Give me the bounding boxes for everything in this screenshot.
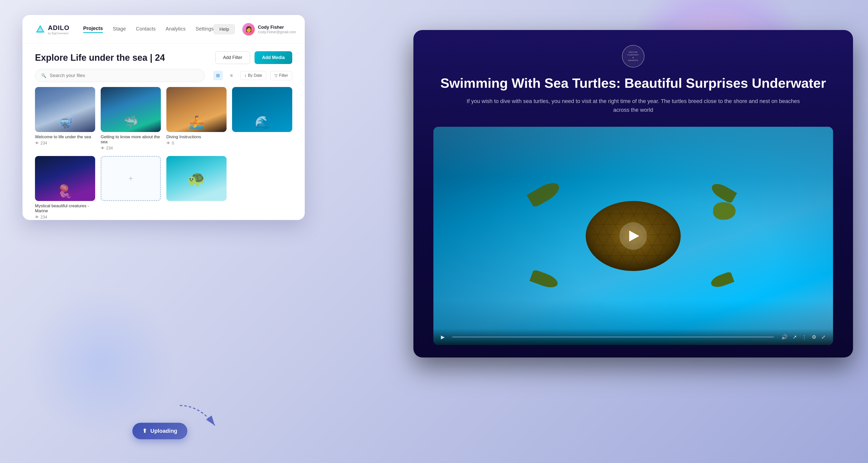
progress-bar[interactable] [452, 337, 774, 338]
view-count-1: 234 [40, 141, 47, 145]
play-button[interactable] [619, 222, 647, 250]
add-filter-button[interactable]: Add Filter [215, 51, 250, 64]
media-thumb-4: 🌊 [232, 87, 292, 132]
help-button[interactable]: Help [214, 24, 235, 34]
media-card-1[interactable]: 🤿 Welcome to life under the sea 👁 234 [35, 87, 95, 150]
search-row: 🔍 ⊞ ≡ ↕ By Date ▽ Filter [23, 69, 305, 87]
view-controls: ⊞ ≡ ↕ By Date ▽ Filter [213, 71, 292, 80]
nav-link-settings[interactable]: Settings [195, 26, 214, 33]
upload-drop-zone[interactable]: + [101, 156, 161, 201]
video-frame[interactable]: ▶ 🔊 ↗ ⋮ ⚙ ⤢ [433, 127, 833, 345]
navbar: ADILO by BigCommand Projects Stage Conta… [23, 15, 305, 44]
logo-area: ADILO by BigCommand [35, 24, 69, 35]
header-actions: Add Filter Add Media [215, 51, 292, 64]
play-icon [629, 231, 639, 241]
kayak-figure: 🚣 [189, 115, 204, 129]
eye-icon-2: 👁 [101, 146, 105, 150]
media-thumb-5: 🪼 [35, 156, 95, 201]
view-count-5: 234 [40, 215, 47, 220]
media-card-5[interactable]: 🪼 Mystical beautiful creatures - Marine … [35, 156, 95, 220]
media-grid-row2: 🪼 Mystical beautiful creatures - Marine … [23, 150, 305, 220]
turtle-preview-icon: 🐢 [166, 156, 226, 201]
projects-panel: ADILO by BigCommand Projects Stage Conta… [23, 15, 305, 220]
share-icon[interactable]: ↗ [793, 334, 797, 340]
volume-icon[interactable]: 🔊 [781, 334, 787, 340]
video-title: Swimming With Sea Turtles: Beautiful Sur… [440, 75, 826, 91]
nav-link-analytics[interactable]: Analytics [165, 26, 186, 33]
filter-button[interactable]: ▽ Filter [270, 71, 292, 80]
upload-preview-card: 🐢 [166, 156, 226, 201]
media-card-2[interactable]: 🦈 Getting to know more about the sea 👁 2… [101, 87, 161, 150]
media-grid: 🤿 Welcome to life under the sea 👁 234 🦈 … [23, 87, 305, 150]
upload-badge: ⬆ Uploading [132, 423, 187, 439]
logo-icon [35, 24, 45, 34]
media-views-5: 👁 234 [35, 215, 95, 220]
nav-right: Help 👩 Cody Fisher Cody.Fisher@gmail.com [214, 23, 296, 35]
eye-icon-1: 👁 [35, 141, 39, 145]
view-count-3: 0 [172, 141, 174, 145]
media-label-5: Mystical beautiful creatures - Marine [35, 203, 95, 213]
media-views-1: 👁 234 [35, 141, 95, 145]
media-views-3: 👁 0 [166, 141, 226, 145]
logo-text: ADILO by BigCommand [48, 24, 69, 35]
eye-icon-3: 👁 [166, 141, 170, 145]
upload-plus-icon: + [129, 174, 133, 183]
grid-view-button[interactable]: ⊞ [213, 71, 223, 80]
list-view-button[interactable]: ≡ [227, 71, 236, 80]
search-input[interactable] [50, 73, 198, 78]
video-panel: INDUDECOMPANY★AWARDS Swimming With Sea T… [413, 30, 853, 357]
user-details: Cody Fisher Cody.Fisher@gmail.com [258, 25, 296, 34]
eye-icon-5: 👁 [35, 215, 39, 220]
nav-link-contacts[interactable]: Contacts [136, 26, 156, 33]
bg-decoration-blue [25, 288, 175, 438]
brand-badge: INDUDECOMPANY★AWARDS [622, 45, 645, 67]
nav-link-projects[interactable]: Projects [83, 26, 103, 33]
user-email: Cody.Fisher@gmail.com [258, 30, 296, 34]
wave-figure: 🌊 [254, 115, 270, 129]
avatar: 👩 [242, 23, 255, 35]
uploading-label: Uploading [150, 428, 177, 434]
view-count-2: 234 [106, 146, 113, 150]
diver-figure: 🤿 [57, 115, 73, 129]
media-thumb-3: 🚣 [166, 87, 226, 132]
expand-icon[interactable]: ⤢ [821, 334, 826, 340]
media-thumb-2: 🦈 [101, 87, 161, 132]
page-title: Explore Life under the sea | 24 [35, 53, 165, 63]
sort-icon: ↕ [245, 73, 247, 78]
user-name: Cody Fisher [258, 25, 296, 30]
search-icon: 🔍 [41, 73, 46, 78]
empty-slot [232, 156, 292, 220]
header-row: Explore Life under the sea | 24 Add Filt… [23, 44, 305, 69]
play-ctrl-icon[interactable]: ▶ [441, 334, 445, 340]
search-box[interactable]: 🔍 [35, 69, 205, 82]
media-label-1: Welcome to life under the sea [35, 135, 95, 140]
more-icon[interactable]: ⋮ [802, 334, 807, 340]
add-media-button[interactable]: Add Media [254, 51, 292, 64]
video-subtitle: If you wish to dive with sea turtles, yo… [458, 97, 808, 114]
nav-links: Projects Stage Contacts Analytics Settin… [83, 26, 214, 33]
filter-label: Filter [279, 73, 288, 78]
jellyfish-figure: 🪼 [57, 184, 73, 199]
media-label-2: Getting to know more about the sea [101, 135, 161, 145]
logo-sub: by BigCommand [48, 32, 69, 35]
media-views-2: 👁 234 [101, 146, 161, 150]
sort-button[interactable]: ↕ By Date [240, 71, 267, 80]
media-card-3[interactable]: 🚣 Diving Instructions 👁 0 [166, 87, 226, 150]
brand-badge-text: INDUDECOMPANY★AWARDS [627, 51, 639, 62]
filter-icon: ▽ [275, 73, 278, 78]
media-thumb-1: 🤿 [35, 87, 95, 132]
gear-icon[interactable]: ⚙ [812, 334, 816, 340]
media-card-4[interactable]: 🌊 [232, 87, 292, 150]
nav-link-stage[interactable]: Stage [113, 26, 126, 33]
shark-figure: 🦈 [123, 115, 138, 129]
video-controls: ▶ 🔊 ↗ ⋮ ⚙ ⤢ [433, 329, 833, 345]
upload-icon: ⬆ [143, 428, 147, 434]
user-info: 👩 Cody Fisher Cody.Fisher@gmail.com [242, 23, 296, 35]
logo-name: ADILO [48, 24, 69, 32]
scene: ADILO by BigCommand Projects Stage Conta… [0, 0, 868, 463]
media-label-3: Diving Instructions [166, 135, 226, 140]
sort-label: By Date [248, 73, 262, 78]
